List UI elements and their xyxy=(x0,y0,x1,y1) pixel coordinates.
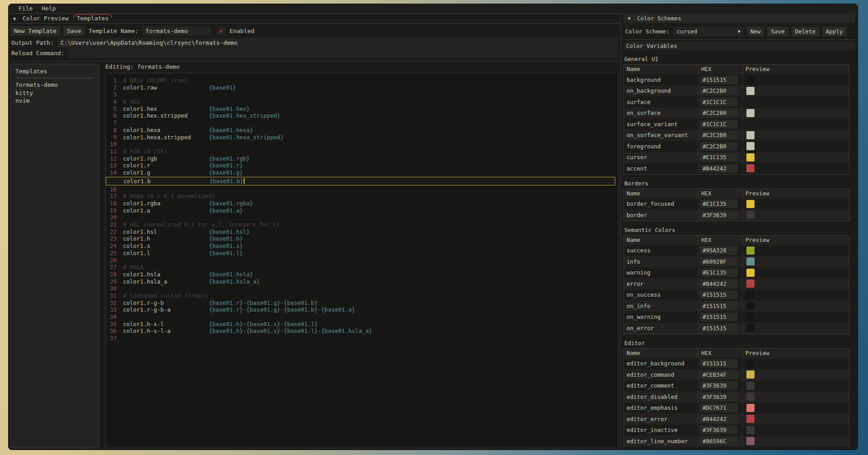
tab-color-preview[interactable]: Color Preview xyxy=(19,14,73,24)
hex-input[interactable]: #C2C2B0 xyxy=(700,109,738,117)
template-list-item[interactable]: nvim xyxy=(15,97,94,105)
hex-input[interactable]: #B44242 xyxy=(700,280,738,288)
hex-input[interactable]: #3F3639 xyxy=(700,211,738,219)
save-scheme-button[interactable]: Save xyxy=(767,27,788,36)
hex-input[interactable]: #151515 xyxy=(700,359,738,368)
hex-input[interactable]: #3F3639 xyxy=(700,393,738,401)
hex-input[interactable]: #151515 xyxy=(700,290,738,299)
color-swatch[interactable] xyxy=(746,404,755,412)
new-template-button[interactable]: New Template xyxy=(10,26,60,36)
hex-input[interactable]: #CEB34F xyxy=(700,370,738,379)
preview-cell xyxy=(742,130,849,141)
column-header: HEX xyxy=(698,236,742,245)
color-swatch[interactable] xyxy=(746,76,755,84)
section-title[interactable]: Semantic Colors xyxy=(623,226,855,234)
color-swatch[interactable] xyxy=(746,98,755,106)
apply-scheme-button[interactable]: Apply xyxy=(822,27,847,36)
hex-input[interactable]: #151515 xyxy=(700,76,738,84)
hex-input[interactable]: #C2C2B0 xyxy=(700,131,738,139)
color-swatch[interactable] xyxy=(746,302,755,310)
color-swatch[interactable] xyxy=(746,360,755,368)
code-line: 21# HSL (normalized 0-1 for s,l, integer… xyxy=(106,221,618,228)
color-swatch[interactable] xyxy=(746,382,755,390)
section-title[interactable]: General UI xyxy=(623,55,855,63)
color-swatch[interactable] xyxy=(746,280,755,288)
color-swatch[interactable] xyxy=(746,87,755,95)
color-swatch[interactable] xyxy=(746,211,755,219)
hex-cell: #1C1C1C xyxy=(698,118,742,130)
hex-input[interactable]: #151515 xyxy=(700,313,738,321)
hex-input[interactable]: #E1C135 xyxy=(700,153,738,161)
table-header-row: NameHEXPreview xyxy=(624,189,849,199)
color-swatch[interactable] xyxy=(746,324,755,332)
enabled-checkbox[interactable]: ✔ xyxy=(217,27,226,35)
color-swatch[interactable] xyxy=(746,131,755,139)
color-swatch[interactable] xyxy=(746,313,755,321)
save-template-button[interactable]: Save xyxy=(63,26,85,36)
variable-name: editor_line_number xyxy=(624,438,698,445)
code-line: 10 xyxy=(106,141,618,148)
color-scheme-label: Color Scheme: xyxy=(624,28,670,35)
hex-input[interactable]: #B44242 xyxy=(700,164,738,173)
hex-input[interactable]: #DC7671 xyxy=(700,403,738,412)
window-collapse-icon[interactable]: ▼ xyxy=(13,16,16,21)
hex-input[interactable]: #95A328 xyxy=(700,246,738,255)
color-swatch[interactable] xyxy=(746,291,755,299)
hex-input[interactable]: #C2C2B0 xyxy=(700,142,738,151)
color-swatch[interactable] xyxy=(746,415,755,423)
new-scheme-button[interactable]: New xyxy=(747,27,764,36)
color-swatch[interactable] xyxy=(746,200,755,208)
editing-heading: Editing: formats-demo xyxy=(105,63,179,70)
preview-cell xyxy=(742,391,849,403)
section-title[interactable]: Editor xyxy=(623,339,855,347)
menu-item-file[interactable]: File xyxy=(14,4,37,14)
tab-templates[interactable]: Templates xyxy=(73,14,113,24)
color-swatch[interactable] xyxy=(746,269,755,277)
line-number: 1 xyxy=(106,77,123,84)
color-scheme-combo[interactable]: cursed ▼ xyxy=(674,27,744,36)
hex-input[interactable]: #C2C2B0 xyxy=(700,86,738,95)
color-swatch[interactable] xyxy=(746,426,755,434)
hex-input[interactable]: #1C1C1C xyxy=(700,98,738,106)
reload-command-input[interactable] xyxy=(68,48,618,58)
color-variables-header[interactable]: Color Variables xyxy=(623,42,855,50)
hex-input[interactable]: #B44242 xyxy=(700,415,738,423)
color-swatch[interactable] xyxy=(746,393,755,401)
hex-input[interactable]: #151515 xyxy=(700,324,738,332)
template-list-item[interactable]: formats-demo xyxy=(15,81,94,89)
line-number: 21 xyxy=(106,221,123,228)
panel-divider[interactable] xyxy=(620,13,621,448)
color-swatch[interactable] xyxy=(746,437,755,445)
color-schemes-header[interactable]: ▼ Color Schemes xyxy=(623,13,855,23)
menu-item-help[interactable]: Help xyxy=(37,4,60,14)
hex-input[interactable]: #E1C135 xyxy=(700,199,738,208)
color-swatch[interactable] xyxy=(746,120,755,128)
delete-scheme-button[interactable]: Delete xyxy=(792,27,819,36)
scheme-buttons: NewSaveDeleteApply xyxy=(747,27,846,36)
color-swatch[interactable] xyxy=(746,246,755,255)
template-editor[interactable]: 1# BASE COLORS (raw)2color1.raw{base01}3… xyxy=(105,73,618,448)
color-swatch[interactable] xyxy=(746,370,755,379)
hex-input[interactable]: #1C1C1C xyxy=(700,120,738,128)
color-swatch[interactable] xyxy=(746,153,755,161)
color-swatch[interactable] xyxy=(746,142,755,150)
column-header: Name xyxy=(624,349,698,358)
section-title[interactable]: Borders xyxy=(623,180,855,188)
code-line: 20 xyxy=(106,214,618,221)
color-swatch[interactable] xyxy=(746,257,755,265)
color-swatch[interactable] xyxy=(746,109,755,117)
template-list-item[interactable]: kitty xyxy=(15,89,94,97)
hex-input[interactable]: #60928F xyxy=(700,257,738,266)
hex-input[interactable]: #86596C xyxy=(700,437,738,446)
hex-input[interactable]: #151515 xyxy=(700,302,738,310)
color-swatch[interactable] xyxy=(746,164,755,172)
template-name-input[interactable]: formats-demo xyxy=(142,26,211,36)
table-row: on_warning#151515 xyxy=(624,312,849,323)
hex-cell: #151515 xyxy=(698,312,742,323)
tabs-container: Color PreviewTemplates xyxy=(19,14,113,24)
output-path-input[interactable]: C:\Users\user\AppData\Roaming\clrsync\fo… xyxy=(57,38,618,47)
hex-input[interactable]: #3F3639 xyxy=(700,426,738,434)
hex-input[interactable]: #E1C135 xyxy=(700,268,738,277)
active-line-input[interactable]: color1.b{base01.b} xyxy=(106,177,615,185)
hex-input[interactable]: #3F3639 xyxy=(700,381,738,390)
